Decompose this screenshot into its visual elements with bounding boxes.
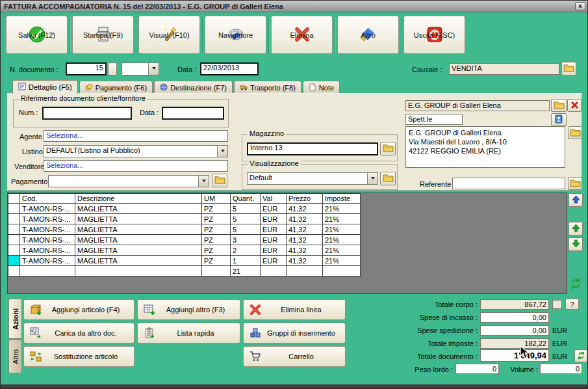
cell-um[interactable]: PZ [202,214,231,224]
agente-field[interactable]: Seleziona... [44,130,228,142]
cell-quant[interactable]: 2 [231,245,261,256]
customer-lookup-button[interactable] [551,99,567,112]
navigator-button[interactable]: Navigatore [205,16,266,54]
move-line-up-button[interactable] [569,222,583,235]
add-article-button[interactable]: Aggiungi articolo (F4) [23,299,134,320]
move-line-down-button[interactable] [569,237,583,251]
cell-quant[interactable]: 1 [231,256,261,266]
rif-data-field[interactable] [162,107,224,120]
cell-descrizione[interactable]: MAGLIETTA [75,245,202,256]
n-documento-field[interactable]: 15 [66,62,107,75]
delete-button[interactable]: Elimina [271,16,333,54]
insert-groups-button[interactable]: Gruppi di inserimento [243,323,346,343]
close-button[interactable]: x [575,2,585,10]
side-tab-altro[interactable]: Altro [8,340,22,373]
totals-help-button[interactable]: ? [565,299,579,310]
cell-prezzo[interactable]: 41,32 [287,204,323,214]
cell-um[interactable]: PZ [202,256,231,266]
tab-destinazione[interactable]: Destinazione (F7) [154,81,233,94]
cell-prezzo[interactable]: 41,32 [287,224,323,235]
table-row[interactable]: T-AMON-RS-... MAGLIETTA PZ 5 EUR 41,32 2… [8,204,361,214]
cell-descrizione[interactable]: MAGLIETTA [75,214,202,224]
pagamento-lookup-button[interactable] [212,174,227,187]
recalculate-total-button[interactable] [574,349,587,362]
cell-imposte[interactable]: 21% [323,235,361,245]
cell-imposte[interactable]: 21% [323,204,361,214]
delete-line-button[interactable]: Elimina linea [243,299,346,320]
chevron-down-icon[interactable] [148,63,159,75]
cell-cod[interactable]: T-AMON-RS-... [20,204,75,214]
chevron-down-icon[interactable] [367,173,377,184]
save-button[interactable]: Salva (F12) [6,16,68,54]
data-field[interactable]: 22/03/2013 [200,62,259,75]
chevron-down-icon[interactable] [217,146,227,157]
table-row[interactable]: T-AMON-RS-... MAGLIETTA PZ 3 EUR 41,32 2… [8,235,361,245]
cell-um[interactable]: PZ [202,224,231,235]
cell-cod[interactable]: T-AMON-RS-... [20,256,75,266]
cell-quant[interactable]: 5 [231,214,261,224]
row-selector[interactable] [8,245,20,256]
cell-val[interactable]: EUR [261,235,287,245]
visualizzazione-select[interactable]: Default [247,172,378,185]
replace-article-button[interactable]: Sostituzione articolo [23,346,134,367]
address-book-button[interactable] [551,113,567,126]
referente-field[interactable] [452,178,565,189]
cell-um[interactable]: PZ [202,235,231,245]
customer-name-field[interactable]: E.G. GROUP di Galleri Elena [405,100,550,111]
cell-imposte[interactable]: 21% [323,214,361,224]
cell-cod[interactable]: T-AMON-RS-... [20,235,75,245]
table-row-selected[interactable]: T-AMON-RS-... MAGLIETTA PZ 1 EUR 41,32 2… [8,256,361,266]
chevron-down-icon[interactable] [198,176,209,187]
table-row[interactable]: T-AMON-RS-... MAGLIETTA PZ 5 EUR 41,32 2… [8,224,361,235]
cell-imposte[interactable]: 21% [323,245,361,256]
cell-um[interactable]: PZ [202,245,231,256]
cell-val[interactable]: EUR [261,245,287,256]
visualizzazione-lookup-button[interactable] [380,172,396,185]
tab-note[interactable]: Note [303,81,340,94]
cell-um[interactable]: PZ [202,204,231,214]
cell-quant[interactable]: 5 [231,204,261,214]
cell-descrizione[interactable]: MAGLIETTA [75,256,202,266]
tab-trasporto[interactable]: Trasporto (F8) [234,81,301,94]
quick-list-button[interactable]: Lista rapida [137,323,240,343]
cell-prezzo[interactable]: 41,32 [287,214,323,224]
cell-prezzo[interactable]: 41,32 [287,235,323,245]
refresh-grid-button[interactable] [570,278,582,291]
side-tab-azioni[interactable]: Azioni [8,299,22,339]
cell-imposte[interactable]: 21% [323,256,361,266]
address-lookup-button[interactable] [568,126,582,139]
magazzino-lookup-button[interactable] [380,142,396,155]
listino-select[interactable]: DEFAULT(Listino al Pubblico) [44,145,228,157]
cell-cod[interactable]: T-AMON-RS-... [20,245,75,256]
cell-val[interactable]: EUR [261,214,287,224]
print-button[interactable]: Stampa (F9) [72,16,134,54]
cart-button[interactable]: Carrello [243,346,346,367]
referente-lookup-button[interactable] [568,177,582,190]
cell-descrizione[interactable]: MAGLIETTA [75,204,202,214]
peso-lordo-field[interactable]: 0 [455,364,499,374]
other-button[interactable]: Altro [337,16,399,54]
exit-button[interactable]: Uscita (ESC) [403,16,465,54]
causale-lookup-button[interactable] [561,62,576,75]
customer-clear-button[interactable] [567,99,582,112]
spese-incasso-field[interactable]: 0,00 [480,312,549,323]
tab-pagamento[interactable]: Pagamento (F6) [79,81,153,94]
row-selector[interactable] [8,214,20,224]
cell-cod[interactable]: T-AMON-RS-... [20,214,75,224]
cell-prezzo[interactable]: 41,32 [287,245,323,256]
table-row[interactable]: T-AMON-RS-... MAGLIETTA PZ 5 EUR 41,32 2… [8,214,361,224]
scroll-up-button[interactable] [569,193,583,207]
table-row[interactable]: T-AMON-RS-... MAGLIETTA PZ 2 EUR 41,32 2… [8,245,361,256]
customer-address-box[interactable]: E.G. GROUP di Galleri Elena Via Maestri … [405,126,565,168]
cell-quant[interactable]: 5 [231,224,261,235]
magazzino-field[interactable]: Interno 13 [247,142,378,155]
cell-descrizione[interactable]: MAGLIETTA [75,235,202,245]
cell-val[interactable]: EUR [261,256,287,266]
row-selector[interactable] [8,204,20,214]
venditore-field[interactable]: Seleziona... [44,160,228,172]
n-documento-browse-button[interactable] [108,62,117,75]
pagamento-select[interactable] [48,175,209,187]
spese-spedizione-field[interactable]: 0,00 [480,325,549,336]
salutation-field[interactable]: Spett.le [405,114,463,125]
causale-field[interactable]: VENDITA [449,63,559,75]
